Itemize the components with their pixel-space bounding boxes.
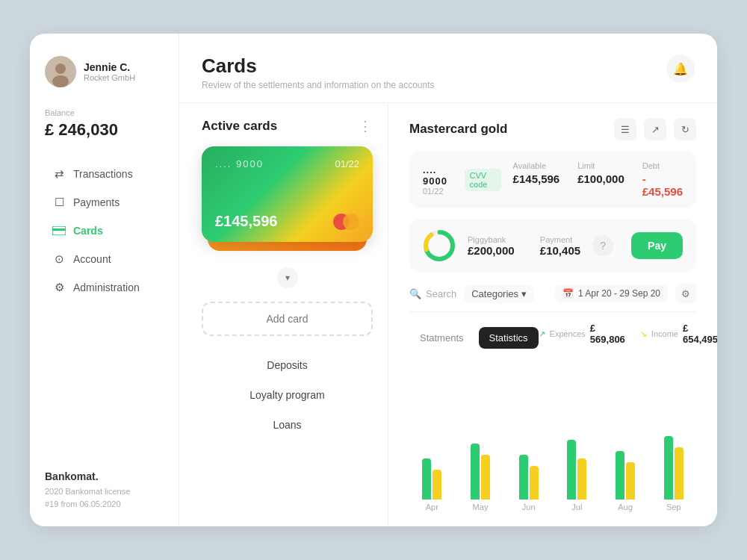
user-name: Jennie C. bbox=[84, 61, 135, 73]
income-arrow-icon: ↘ bbox=[640, 329, 647, 339]
sidebar-item-payments[interactable]: ☐ Payments bbox=[45, 189, 164, 216]
available-stat: Available £145,596 bbox=[513, 161, 560, 198]
cvv-button[interactable]: CVV code bbox=[465, 169, 501, 191]
cards-panel-title: Active cards bbox=[202, 119, 277, 134]
bar-green-jul bbox=[567, 440, 576, 500]
chart-legend: ↗ Expences £ 569,806 ↘ Income £ 654,495 bbox=[539, 323, 717, 345]
stats-row: Available £145,596 Limit £100,000 Debt -… bbox=[513, 161, 683, 198]
user-profile: Jennie C. Rocket GmbH bbox=[45, 56, 164, 87]
tab-statistics[interactable]: Statistics bbox=[479, 327, 539, 349]
transactions-icon: ⇄ bbox=[52, 167, 66, 181]
share-icon[interactable]: ↗ bbox=[644, 118, 666, 140]
bar-label-jun: Jun bbox=[522, 503, 536, 511]
cards-panel-header: Active cards ⋮ bbox=[202, 118, 373, 134]
more-options-button[interactable]: ⋮ bbox=[359, 118, 373, 134]
bar-group-may: May bbox=[458, 434, 503, 511]
piggybank-chart bbox=[423, 229, 456, 262]
bar-yellow-aug bbox=[626, 462, 635, 500]
available-value: £145,596 bbox=[513, 172, 560, 185]
pay-button[interactable]: Pay bbox=[631, 232, 683, 259]
sidebar-item-label: Administration bbox=[73, 281, 140, 293]
piggybank-label: Piggybank bbox=[468, 235, 519, 244]
piggybank-amount: £200,000 bbox=[468, 244, 519, 257]
sidebar-item-transactions[interactable]: ⇄ Transactions bbox=[45, 161, 164, 187]
bar-group-sep: Sep bbox=[651, 434, 696, 511]
tab-statements[interactable]: Statments bbox=[409, 327, 474, 349]
income-label: Income bbox=[651, 329, 678, 338]
administration-icon: ⚙ bbox=[52, 281, 66, 294]
income-legend: ↘ Income £ 654,495 bbox=[640, 323, 717, 345]
search-icon: 🔍 bbox=[409, 288, 421, 299]
limit-value: £100,000 bbox=[577, 172, 624, 185]
sidebar-item-administration[interactable]: ⚙ Administration bbox=[45, 274, 164, 301]
chevron-down-icon: ▾ bbox=[277, 267, 298, 288]
notification-bell[interactable]: 🔔 bbox=[666, 55, 695, 83]
page-title: Cards bbox=[202, 55, 435, 78]
sidebar-item-label: Transactions bbox=[73, 168, 133, 180]
bar-group-apr: Apr bbox=[409, 434, 455, 511]
filter-row: 🔍 Search Categories ▾ 📅 1 Apr 20 - 29 Se… bbox=[409, 283, 696, 312]
tabs-row: Statments Statistics bbox=[409, 327, 539, 349]
menu-list: Deposits Loyalty program Loans bbox=[202, 351, 373, 439]
limit-stat: Limit £100,000 bbox=[577, 161, 624, 198]
expand-button[interactable]: ▾ bbox=[202, 263, 373, 293]
copy-icon[interactable]: ☰ bbox=[614, 118, 636, 140]
expense-arrow-icon: ↗ bbox=[539, 329, 545, 339]
limit-label: Limit bbox=[577, 161, 624, 170]
deposits-item[interactable]: Deposits bbox=[202, 351, 373, 379]
sidebar-item-cards[interactable]: Cards bbox=[45, 217, 164, 244]
brand-label: Bankomat. bbox=[45, 468, 164, 485]
balance-label: Balance bbox=[45, 108, 164, 117]
income-value: £ 654,495 bbox=[683, 323, 717, 345]
bar-green-apr bbox=[422, 458, 431, 500]
bar-label-may: May bbox=[473, 503, 489, 511]
bar-label-apr: Apr bbox=[426, 503, 438, 511]
help-button[interactable]: ? bbox=[592, 235, 613, 256]
bar-label-jul: Jul bbox=[571, 503, 582, 511]
bar-yellow-sep bbox=[675, 447, 684, 500]
debt-label: Debt bbox=[642, 161, 683, 170]
loans-item[interactable]: Loans bbox=[202, 411, 373, 439]
dropdown-arrow-icon: ▾ bbox=[521, 288, 527, 299]
card-dots: .... 9000 bbox=[215, 158, 264, 169]
license-num: #19 from 06.05.2020 bbox=[45, 498, 164, 511]
balance-amount: £ 246,030 bbox=[45, 120, 164, 140]
filter-settings-button[interactable]: ⚙ bbox=[675, 283, 696, 304]
nav-items: ⇄ Transactions ☐ Payments Cards ⊙ Accoun… bbox=[45, 161, 164, 301]
sidebar-item-account[interactable]: ⊙ Account bbox=[45, 246, 164, 273]
payment-amount: £10,405 bbox=[540, 244, 580, 257]
date-range-filter[interactable]: 📅 1 Apr 20 - 29 Sep 20 bbox=[555, 284, 668, 302]
account-icon: ⊙ bbox=[52, 252, 66, 266]
card-expiry-detail: 01/22 bbox=[423, 187, 453, 196]
credit-card[interactable]: .... 9000 01/22 £145,596 bbox=[202, 146, 373, 242]
bar-yellow-may bbox=[481, 455, 490, 500]
bar-group-jun: Jun bbox=[506, 434, 551, 511]
svg-point-1 bbox=[55, 63, 66, 74]
categories-dropdown[interactable]: Categories ▾ bbox=[464, 284, 534, 303]
detail-panel: Mastercard gold ☰ ↗ ↻ .... 9000 01/22 CV… bbox=[388, 103, 717, 526]
loyalty-item[interactable]: Loyalty program bbox=[202, 381, 373, 409]
detail-title: Mastercard gold bbox=[409, 122, 507, 137]
user-company: Rocket GmbH bbox=[84, 73, 135, 82]
piggybank-row: Piggybank £200,000 Payment £10,405 ? Pay bbox=[409, 219, 696, 273]
card-expiry: 01/22 bbox=[335, 158, 359, 169]
refresh-icon[interactable]: ↻ bbox=[674, 118, 696, 140]
detail-header: Mastercard gold ☰ ↗ ↻ bbox=[409, 118, 696, 140]
sidebar-item-label: Cards bbox=[73, 225, 103, 237]
mastercard-logo bbox=[333, 214, 359, 230]
payment-label: Payment bbox=[540, 235, 580, 244]
main-content: Cards Review of the settlements and info… bbox=[179, 34, 717, 526]
bar-label-aug: Aug bbox=[618, 503, 633, 511]
search-field[interactable]: 🔍 Search bbox=[409, 288, 456, 299]
svg-point-2 bbox=[52, 75, 69, 87]
date-range-label: 1 Apr 20 - 29 Sep 20 bbox=[578, 288, 660, 299]
license-text: 2020 Bankomat license bbox=[45, 485, 164, 499]
bar-green-sep bbox=[664, 436, 673, 500]
app-container: Jennie C. Rocket GmbH Balance £ 246,030 … bbox=[30, 34, 717, 526]
search-label: Search bbox=[426, 288, 456, 299]
bar-yellow-jun bbox=[530, 466, 539, 500]
add-card-button[interactable]: Add card bbox=[202, 302, 373, 336]
bar-group-jul: Jul bbox=[554, 434, 600, 511]
bar-yellow-jul bbox=[577, 458, 586, 500]
card-amount: £145,596 bbox=[215, 213, 277, 230]
